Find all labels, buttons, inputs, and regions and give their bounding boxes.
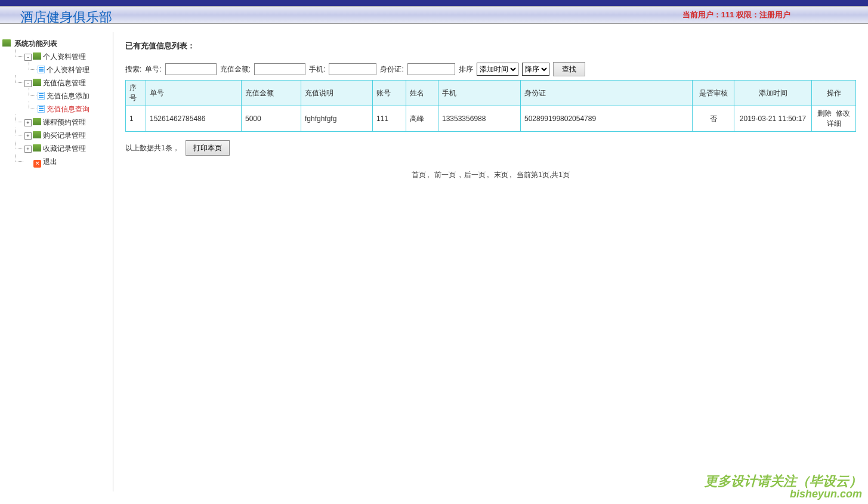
pager-prev[interactable]: 前一页: [434, 171, 456, 179]
folder-icon: [33, 79, 41, 86]
search-bar: 搜索: 单号: 充值金额: 手机: 身份证: 排序 添加时间 降序 查找: [125, 62, 856, 76]
exit-icon: ✕: [33, 160, 41, 168]
pager-first[interactable]: 首页: [412, 171, 426, 179]
document-icon: [38, 105, 45, 113]
expand-icon[interactable]: +: [24, 132, 32, 140]
search-label: 搜索:: [125, 64, 141, 75]
table-cell: fghfghfgfg: [301, 106, 373, 132]
sidebar-group[interactable]: -充值信息管理充值信息添加充值信息查询: [16, 76, 110, 116]
app-title: 酒店健身俱乐部: [20, 8, 112, 26]
sidebar-group-label: 购买记录管理: [43, 131, 86, 140]
idcard-input[interactable]: [407, 63, 455, 75]
sidebar-item-label: 个人资料管理: [47, 66, 89, 74]
tree-root-item[interactable]: 系统功能列表 -个人资料管理个人资料管理-充值信息管理充值信息添加充值信息查询+…: [2, 37, 110, 168]
pager: 首页, 前一页 , 后一页, 末页, 当前第1页,共1页: [125, 170, 856, 180]
sidebar: 系统功能列表 -个人资料管理个人资料管理-充值信息管理充值信息添加充值信息查询+…: [0, 32, 113, 491]
table-header-cell: 手机: [438, 81, 521, 106]
folder-icon: [33, 118, 41, 125]
folder-icon: [33, 131, 41, 138]
table-header-cell: 序号: [126, 81, 146, 106]
sort-label: 排序: [459, 64, 473, 75]
table-header-cell: 充值金额: [242, 81, 301, 106]
phone-input[interactable]: [329, 63, 376, 75]
sidebar-exit-label: 退出: [43, 157, 57, 166]
sidebar-item[interactable]: 个人资料管理: [29, 63, 110, 76]
table-header-cell: 姓名: [406, 81, 438, 106]
main-content: 已有充值信息列表： 搜索: 单号: 充值金额: 手机: 身份证: 排序 添加时间…: [113, 32, 868, 491]
document-icon: [38, 66, 45, 73]
sidebar-item-label: 充值信息添加: [47, 92, 89, 100]
delete-link[interactable]: 删除: [817, 109, 832, 118]
title-bar: 酒店健身俱乐部: [0, 8, 868, 23]
sort-dir-select[interactable]: 降序: [522, 63, 549, 76]
order-no-label: 单号:: [145, 64, 161, 75]
sort-field-select[interactable]: 添加时间: [477, 63, 518, 76]
table-cell: 1: [126, 106, 146, 132]
table-cell: 高峰: [406, 106, 438, 132]
folder-icon: [33, 144, 41, 151]
idcard-label: 身份证:: [380, 64, 403, 75]
document-icon: [38, 92, 45, 100]
header-stripe: [0, 0, 868, 6]
table-header-cell: 是否审核: [693, 81, 734, 106]
order-no-input[interactable]: [165, 63, 217, 75]
amount-label: 充值金额:: [220, 64, 251, 75]
expand-icon[interactable]: +: [24, 146, 32, 153]
list-title: 已有充值信息列表：: [125, 41, 856, 51]
collapse-icon[interactable]: -: [24, 80, 32, 87]
table-header-row: 序号单号充值金额充值说明账号姓名手机身份证是否审核添加时间操作: [126, 81, 856, 106]
detail-link[interactable]: 详细: [827, 119, 841, 128]
table-cell: 15261462785486: [146, 106, 242, 132]
table-header-cell: 添加时间: [734, 81, 812, 106]
pager-next[interactable]: 后一页: [464, 171, 486, 179]
sidebar-item[interactable]: 充值信息添加: [29, 89, 110, 103]
table-header-cell: 身份证: [521, 81, 693, 106]
table-cell: 13353356988: [438, 106, 521, 132]
amount-input[interactable]: [254, 63, 305, 75]
table-header-cell: 账号: [373, 81, 406, 106]
sidebar-group-label: 个人资料管理: [43, 52, 86, 61]
sidebar-group[interactable]: +课程预约管理: [16, 116, 110, 129]
table-header-cell: 充值说明: [301, 81, 373, 106]
table-row: 1152614627854865000fghfghfgfg111高峰133533…: [126, 106, 856, 132]
pager-last[interactable]: 末页: [494, 171, 508, 179]
table-cell: 5000: [242, 106, 301, 132]
table-cell: 502899199802054789: [521, 106, 693, 132]
sidebar-group-label: 收藏记录管理: [43, 144, 86, 153]
sidebar-item[interactable]: 充值信息查询: [29, 103, 110, 116]
edit-link[interactable]: 修改: [836, 109, 850, 118]
table-cell: 2019-03-21 11:50:17: [734, 106, 812, 132]
find-button[interactable]: 查找: [553, 62, 585, 76]
data-table: 序号单号充值金额充值说明账号姓名手机身份证是否审核添加时间操作 11526146…: [125, 80, 856, 132]
sidebar-group-label: 充值信息管理: [43, 79, 86, 87]
folder-icon: [2, 39, 11, 47]
sidebar-exit[interactable]: ✕退出: [16, 155, 110, 168]
sidebar-group[interactable]: +收藏记录管理: [16, 142, 110, 155]
print-button[interactable]: 打印本页: [186, 140, 230, 156]
summary-text: 以上数据共1条，: [125, 143, 180, 153]
table-header-cell: 单号: [146, 81, 242, 106]
collapse-icon[interactable]: -: [24, 54, 32, 61]
table-ops-cell: 删除 修改详细: [812, 106, 856, 132]
table-cell: 否: [693, 106, 734, 132]
tree-root-label: 系统功能列表: [14, 39, 57, 48]
folder-icon: [33, 52, 41, 60]
sidebar-group[interactable]: -个人资料管理个人资料管理: [16, 50, 110, 76]
pager-status: 当前第1页,共1页: [517, 171, 570, 179]
sidebar-group-label: 课程预约管理: [43, 118, 86, 126]
table-cell: 111: [373, 106, 406, 132]
expand-icon[interactable]: +: [24, 119, 32, 126]
sidebar-group[interactable]: +购买记录管理: [16, 129, 110, 142]
sidebar-item-label: 充值信息查询: [47, 105, 89, 113]
phone-label: 手机:: [309, 64, 325, 75]
table-header-cell: 操作: [812, 81, 856, 106]
table-body: 1152614627854865000fghfghfgfg111高峰133533…: [126, 106, 856, 132]
